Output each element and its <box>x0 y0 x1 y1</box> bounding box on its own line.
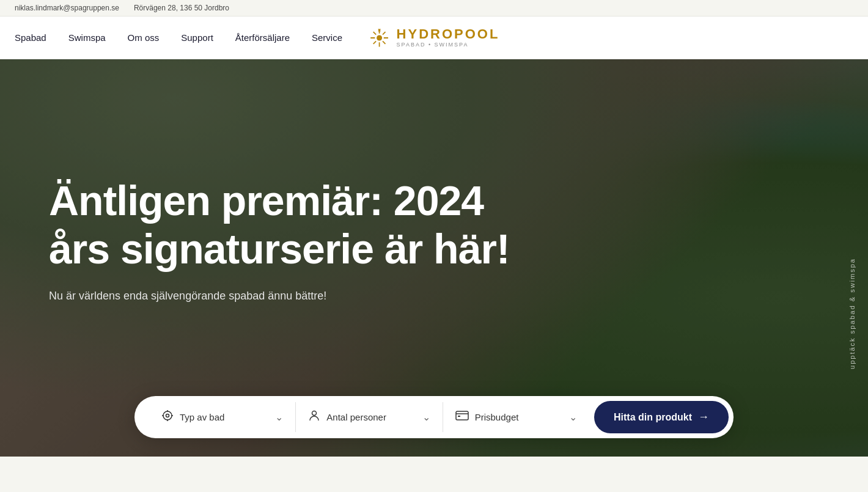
search-button-label: Hitta din produkt <box>614 412 692 423</box>
nav-item-spabad[interactable]: Spabad <box>15 32 46 43</box>
contact-email: niklas.lindmark@spagruppen.se <box>15 4 119 12</box>
hero-subtitle: Nu är världens enda självengörande spaba… <box>49 290 416 303</box>
logo-icon <box>369 27 391 49</box>
search-arrow-icon: → <box>698 411 709 424</box>
persons-dropdown[interactable]: Antal personer ⌄ <box>296 402 443 432</box>
svg-point-8 <box>377 35 382 40</box>
budget-dropdown[interactable]: Prisbudget ⌄ <box>443 403 589 431</box>
logo-name: HYDROPOOL <box>397 27 500 42</box>
svg-point-17 <box>312 411 317 416</box>
budget-label: Prisbudget <box>475 412 563 422</box>
svg-line-5 <box>383 41 386 44</box>
svg-line-6 <box>383 32 386 35</box>
type-label: Typ av bad <box>180 412 269 422</box>
svg-rect-18 <box>456 411 468 420</box>
contact-address: Rörvägen 28, 136 50 Jordbro <box>134 4 229 12</box>
hero-title: Äntligen premiär: 2024 års signaturserie… <box>49 177 526 272</box>
side-text: upptäck spabad & swimspa <box>848 258 856 369</box>
type-chevron-icon: ⌄ <box>275 411 283 423</box>
budget-chevron-icon: ⌄ <box>569 411 577 423</box>
nav-item-service[interactable]: Service <box>312 32 342 43</box>
nav-item-om-oss[interactable]: Om oss <box>128 32 160 43</box>
search-bar: Typ av bad ⌄ Antal personer ⌄ <box>134 396 734 438</box>
persons-chevron-icon: ⌄ <box>422 411 430 423</box>
persons-label: Antal personer <box>326 412 416 422</box>
svg-rect-20 <box>458 416 460 417</box>
svg-point-11 <box>163 411 172 420</box>
budget-icon <box>455 410 469 424</box>
logo-sub: SPABAD • SWIMSPA <box>397 42 500 48</box>
main-nav: Spabad Swimspa Om oss Support Återförsäl… <box>0 17 868 59</box>
nav-item-swimspa[interactable]: Swimspa <box>68 32 106 43</box>
persons-icon <box>308 409 320 425</box>
site-logo[interactable]: HYDROPOOL SPABAD • SWIMSPA <box>369 27 500 49</box>
nav-item-support[interactable]: Support <box>181 32 213 43</box>
logo-text: HYDROPOOL SPABAD • SWIMSPA <box>397 27 500 48</box>
top-bar: niklas.lindmark@spagruppen.se Rörvägen 2… <box>0 0 868 17</box>
svg-line-7 <box>373 41 377 44</box>
svg-point-12 <box>166 414 169 417</box>
svg-line-4 <box>373 32 377 35</box>
type-dropdown[interactable]: Typ av bad ⌄ <box>149 402 296 432</box>
search-button[interactable]: Hitta din produkt → <box>594 401 729 433</box>
hero-section: Äntligen premiär: 2024 års signaturserie… <box>0 59 868 457</box>
type-icon <box>161 409 174 425</box>
nav-item-aterförsäljare[interactable]: Återförsäljare <box>235 32 290 43</box>
search-bar-wrapper: Typ av bad ⌄ Antal personer ⌄ <box>134 396 734 438</box>
